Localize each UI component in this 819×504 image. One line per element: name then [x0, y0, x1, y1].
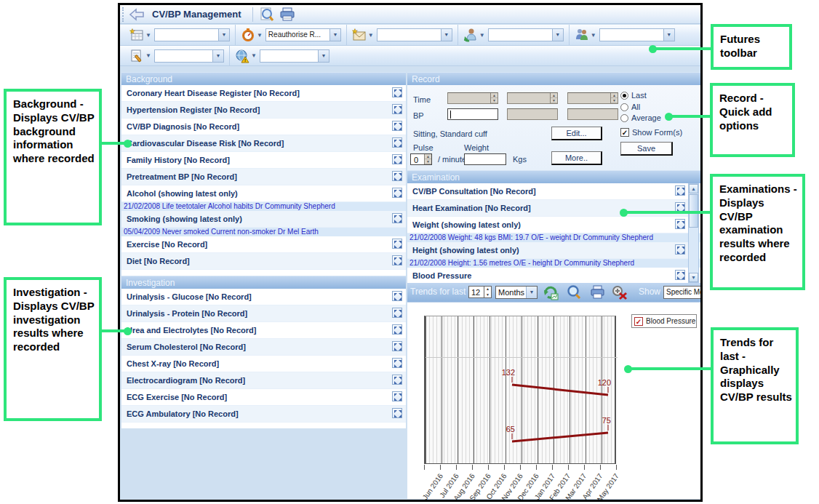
print-icon[interactable]: [279, 7, 296, 23]
trends-show-dropdown[interactable]: Specific Med ▼: [663, 286, 700, 299]
dropdown-caret-icon[interactable]: ▼: [591, 32, 596, 39]
svg-text:65: 65: [506, 425, 515, 433]
dropdown-caret-icon[interactable]: ▼: [145, 52, 151, 59]
dropdown-caret-icon[interactable]: ▼: [257, 32, 263, 39]
expand-icon[interactable]: [392, 291, 402, 301]
toolbar-combobox[interactable]: Reauthorise R... ▼: [265, 28, 341, 41]
combobox-arrow-icon[interactable]: ▼: [218, 29, 229, 41]
stopwatch-icon[interactable]: [241, 28, 255, 42]
list-item-label: Family History [No Record]: [121, 152, 406, 169]
expand-icon[interactable]: [392, 188, 402, 198]
expand-icon[interactable]: [392, 87, 402, 97]
dropdown-caret-icon[interactable]: ▼: [145, 32, 151, 39]
expand-icon[interactable]: [392, 308, 402, 318]
refresh-graph-icon[interactable]: [542, 284, 559, 300]
callout-examinations: Examinations - Displays CV/BP examinatio…: [710, 174, 805, 290]
toolbar-combobox[interactable]: ▼: [154, 28, 230, 41]
trends-period-unit-dropdown[interactable]: Months ▼: [495, 286, 538, 299]
expand-icon[interactable]: [392, 324, 402, 335]
back-arrow-icon[interactable]: [129, 8, 146, 21]
printer-icon[interactable]: [589, 284, 606, 300]
save-button[interactable]: Save: [620, 142, 673, 156]
list-item: Family History [No Record]: [121, 152, 406, 169]
expand-icon[interactable]: [392, 255, 402, 265]
trends-chart: 1321206575 Jun 2016Jul 2016Aug 2016Sep 2…: [407, 302, 700, 499]
expand-icon[interactable]: [392, 121, 402, 131]
expand-icon[interactable]: [392, 213, 402, 223]
combobox-arrow-icon[interactable]: ▼: [552, 29, 563, 41]
investigation-list: Urinalysis - Glucose [No Record] Urinaly…: [121, 289, 406, 428]
list-item-label: Hypertension Register [No Record]: [121, 102, 406, 119]
checkbox-check-icon: ✓: [620, 128, 629, 137]
list-item-label: Serum Cholesterol [No Record]: [121, 339, 406, 356]
expand-icon[interactable]: [392, 171, 402, 181]
trends-period-stepper[interactable]: 12 ▲▼: [468, 286, 492, 298]
expand-icon[interactable]: [675, 244, 685, 255]
list-item-detail: 21/02/2008 Life teetotaler Alcohol habit…: [121, 202, 406, 211]
futures-toolbar-row1: ★ ▼ ▼ ▼ Reauthorise R... ▼: [120, 25, 700, 46]
combobox-arrow-icon[interactable]: ▼: [329, 29, 340, 41]
mail-new-icon[interactable]: ★: [352, 28, 367, 42]
expand-icon[interactable]: [392, 104, 402, 114]
dropdown-caret-icon[interactable]: ▼: [368, 32, 374, 39]
show-label: Show: [639, 287, 660, 297]
combobox-arrow-icon[interactable]: ▼: [212, 50, 223, 62]
expand-icon[interactable]: [392, 358, 402, 368]
legend-checkbox[interactable]: ✓: [634, 317, 643, 326]
toolbar-combobox[interactable]: ▼: [260, 49, 329, 63]
toolbar-combobox[interactable]: ▼: [377, 28, 452, 41]
expand-icon[interactable]: [675, 219, 685, 229]
x-axis-labels: Jun 2016Jul 2016Aug 2016Sep 2016Oct 2016…: [424, 465, 616, 500]
expand-icon[interactable]: [675, 270, 685, 280]
combobox-arrow-icon[interactable]: ▼: [526, 287, 537, 298]
zoom-reset-icon[interactable]: [611, 284, 628, 300]
expand-icon[interactable]: [392, 239, 402, 249]
edit-button[interactable]: Edit...: [551, 127, 602, 140]
expand-icon[interactable]: [392, 408, 402, 418]
combobox-value: [155, 50, 212, 62]
radio-average[interactable]: Average: [620, 113, 661, 122]
annotation-line: [623, 211, 710, 214]
patient-referral-icon[interactable]: [463, 28, 478, 42]
alert-globe-icon[interactable]: !: [235, 49, 249, 63]
more-button[interactable]: More..: [551, 151, 602, 165]
scroll-down-icon[interactable]: ▼: [689, 273, 698, 282]
radio-all[interactable]: All: [620, 103, 640, 111]
list-item-detail: 05/04/2009 Never smoked Current non-smok…: [121, 228, 406, 236]
pulse-stepper[interactable]: 0 ▲▼: [410, 153, 432, 165]
toolbar-combobox[interactable]: ▼: [488, 28, 564, 41]
expand-icon[interactable]: [392, 154, 402, 164]
expand-icon[interactable]: [392, 375, 402, 385]
expand-icon[interactable]: [392, 391, 402, 401]
list-item: CV/BP Consultation [No Record]: [407, 183, 700, 200]
combobox-arrow-icon[interactable]: ▼: [663, 29, 674, 41]
time-field-3: ▲▼: [567, 92, 618, 104]
form-edit-icon[interactable]: [129, 49, 144, 63]
expand-icon[interactable]: [675, 185, 685, 196]
calendar-new-icon[interactable]: ★: [129, 28, 144, 42]
weight-label: Weight: [464, 143, 489, 152]
list-item: ECG Exercise [No Record]: [121, 389, 406, 406]
combobox-arrow-icon[interactable]: ▼: [441, 29, 452, 41]
expand-icon[interactable]: [392, 341, 402, 351]
annotation-line: [628, 367, 711, 370]
examination-scrollbar[interactable]: ▲ ▼: [688, 183, 699, 283]
list-item: Smoking (showing latest only) 05/04/2009…: [121, 211, 406, 236]
expand-icon[interactable]: [392, 137, 402, 148]
magnifier-icon[interactable]: [566, 284, 583, 300]
scroll-up-icon[interactable]: ▲: [689, 184, 698, 193]
patients-icon[interactable]: [575, 28, 589, 42]
dropdown-caret-icon[interactable]: ▼: [479, 32, 485, 39]
toolbar-combobox[interactable]: ▼: [154, 49, 224, 63]
toolbar-combobox[interactable]: ▼: [599, 28, 675, 41]
weight-field[interactable]: [464, 153, 506, 165]
list-item-label: Alcohol (showing latest only): [121, 185, 406, 202]
radio-last[interactable]: Last: [620, 91, 647, 100]
svg-text:!: !: [244, 58, 246, 63]
show-forms-checkbox[interactable]: ✓ Show Form(s): [620, 128, 682, 137]
bp-field-1[interactable]: [447, 108, 498, 120]
list-item-label: ECG Ambulatory [No Record]: [121, 406, 406, 423]
dropdown-caret-icon[interactable]: ▼: [251, 52, 257, 59]
preview-icon[interactable]: [258, 7, 276, 23]
combobox-arrow-icon[interactable]: ▼: [318, 50, 329, 62]
